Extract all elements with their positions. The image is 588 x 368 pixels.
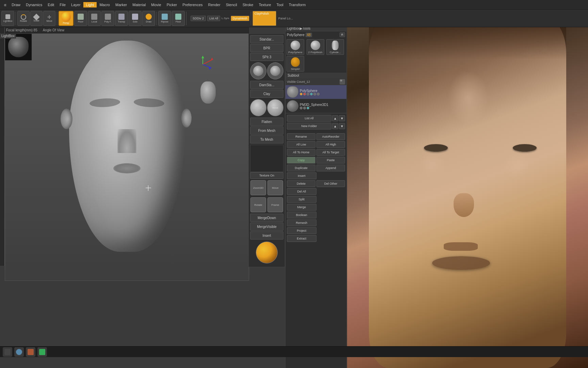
- to-mesh-button[interactable]: To Mesh: [250, 135, 283, 143]
- taskbar-icon-4[interactable]: [37, 347, 47, 357]
- new-folder-button[interactable]: New Folder: [287, 123, 331, 129]
- move-brush-icon[interactable]: Move: [267, 99, 283, 116]
- eye-right: [513, 144, 537, 152]
- menu-draw[interactable]: Draw: [9, 2, 23, 7]
- mergedown-button[interactable]: MergeDown: [250, 214, 283, 222]
- remesh-button[interactable]: Remesh: [287, 219, 316, 226]
- all-to-home-button[interactable]: All To Home: [287, 149, 315, 156]
- menu-picker[interactable]: Picker: [164, 2, 180, 7]
- del-other-button[interactable]: Del Other: [316, 180, 345, 187]
- main-viewport[interactable]: [5, 33, 249, 281]
- move-button[interactable]: ✛ Move: [43, 11, 55, 26]
- insert-action-button[interactable]: Insert: [287, 172, 316, 179]
- list-all-button[interactable]: List All: [207, 16, 220, 21]
- menu-movie[interactable]: Movie: [148, 2, 164, 7]
- delete-row: Delete Del Other: [287, 180, 345, 187]
- taskbar-icon-1[interactable]: [3, 347, 12, 357]
- menu-stencil[interactable]: Stencil: [223, 2, 240, 7]
- damstandard-brush-button[interactable]: DamSta...: [250, 81, 283, 89]
- spit-brush-button[interactable]: SPit 3: [250, 53, 283, 61]
- rotate-button[interactable]: Rotate: [17, 11, 30, 26]
- subtool-eye-button[interactable]: 👁: [340, 79, 345, 85]
- frame-button[interactable]: Frame: [267, 197, 283, 212]
- brush-draw-button[interactable]: Draw: [142, 11, 155, 26]
- menu-tool[interactable]: Tool: [274, 2, 286, 7]
- taskbar-icon-3[interactable]: [26, 347, 35, 357]
- boolean-button[interactable]: Boolean: [287, 212, 316, 218]
- all-high-button[interactable]: All High: [316, 141, 345, 148]
- menu-light[interactable]: Light: [83, 2, 97, 7]
- autoreorder-button[interactable]: AutoReorder: [316, 133, 345, 140]
- transp-button[interactable]: Transp: [115, 11, 128, 26]
- menu-macro[interactable]: Macro: [97, 2, 113, 7]
- menu-marker[interactable]: Marker: [113, 2, 130, 7]
- menu-transform[interactable]: Transform: [286, 2, 309, 7]
- new-folder-down-arrow[interactable]: ▼: [339, 123, 345, 129]
- menu-alpha[interactable]: α: [1, 2, 9, 7]
- del-all-button[interactable]: Del All: [287, 188, 316, 195]
- menu-file[interactable]: File: [57, 2, 68, 7]
- ripose-button[interactable]: Ripose: [158, 11, 171, 26]
- remesh-row: Remesh: [287, 219, 345, 226]
- menu-edit[interactable]: Edit: [45, 2, 57, 7]
- rename-button[interactable]: Rename: [287, 133, 315, 140]
- list-all-down-arrow[interactable]: ▼: [339, 115, 345, 121]
- floor-button[interactable]: Floor: [74, 11, 87, 26]
- magnify-brush-icon[interactable]: Magnif...: [250, 99, 266, 116]
- menu-preferences[interactable]: Preferences: [180, 2, 205, 7]
- mergevisible-button[interactable]: MergeVisible: [250, 223, 283, 231]
- from-mesh-button[interactable]: From Mesh: [250, 126, 283, 135]
- floor2-button[interactable]: Floor: [172, 11, 185, 26]
- flatten-brush-button[interactable]: Flatten: [250, 118, 283, 126]
- menu-dynamics[interactable]: Dynamics: [23, 2, 45, 7]
- cylinder-tool-icon[interactable]: Cylinde...: [326, 39, 344, 55]
- polysphere-r-button[interactable]: R: [340, 32, 345, 37]
- menu-texture[interactable]: Texture: [256, 2, 274, 7]
- project-button[interactable]: Project: [287, 227, 316, 234]
- polysphere-tool-icon[interactable]: PolySphere: [287, 39, 304, 55]
- simple-tool-icon[interactable]: Simple!: [287, 56, 304, 72]
- delete-button[interactable]: Delete: [287, 180, 315, 187]
- polysphere2-tool-icon[interactable]: 2 PolyMesh: [307, 39, 324, 55]
- texture-on-button[interactable]: Texture On: [250, 172, 283, 179]
- color-sphere[interactable]: [256, 242, 278, 263]
- local-button[interactable]: Local: [88, 11, 101, 26]
- rotate3d-button[interactable]: Rotate: [250, 197, 266, 212]
- clay-brush-button[interactable]: Clay: [250, 90, 283, 98]
- extract-button[interactable]: Extract: [287, 235, 316, 242]
- dynamesh-button[interactable]: DynaMesh: [231, 16, 249, 21]
- list-all-button-2[interactable]: List All: [287, 115, 331, 122]
- bpr2-brush-icon[interactable]: [267, 62, 283, 79]
- claybuild-brush-icon[interactable]: [250, 62, 266, 79]
- subtool-polysphere-item[interactable]: PolySphere: [285, 85, 346, 99]
- move3d-button[interactable]: Move: [267, 180, 283, 195]
- poly-button[interactable]: Poly F.: [101, 11, 114, 26]
- merge-button[interactable]: Merge: [287, 204, 316, 211]
- insert-merge-button[interactable]: Insert: [250, 231, 283, 240]
- append-button[interactable]: Append: [316, 165, 345, 171]
- solo-button[interactable]: Solo: [129, 11, 142, 26]
- lightbox-button[interactable]: LightBox: [1, 11, 14, 26]
- all-low-button[interactable]: All Low: [287, 141, 315, 148]
- subtool-pm3d-item[interactable]: PM3D_Sphere3D1: [285, 99, 346, 113]
- duplicate-button[interactable]: Duplicate: [287, 165, 315, 171]
- taskbar-icon-2[interactable]: [14, 347, 24, 357]
- solo-icon: [132, 14, 138, 20]
- standard-brush-button[interactable]: Standar...: [250, 35, 283, 43]
- scale-button[interactable]: Scale: [30, 11, 43, 26]
- subtool-controls: 👁: [340, 79, 345, 85]
- copy-button[interactable]: Copy: [287, 157, 315, 164]
- new-folder-up-arrow[interactable]: ▲: [332, 123, 338, 129]
- menu-stroke[interactable]: Stroke: [240, 2, 256, 7]
- bpr-brush-button[interactable]: BPR: [250, 44, 283, 52]
- all-to-target-button[interactable]: All To Target: [316, 149, 345, 156]
- claypolish-button[interactable]: ClayPolish: [252, 11, 276, 26]
- list-all-up-arrow[interactable]: ▲: [332, 115, 338, 121]
- menu-layer[interactable]: Layer: [68, 2, 83, 7]
- menu-material[interactable]: Material: [130, 2, 148, 7]
- brush-selector-button[interactable]: Persp: [59, 11, 74, 26]
- menu-render[interactable]: Render: [206, 2, 223, 7]
- split-button[interactable]: Split: [287, 196, 316, 203]
- zoom3d-button[interactable]: Zoom3D: [250, 180, 266, 195]
- paste-button[interactable]: Paste: [316, 157, 345, 164]
